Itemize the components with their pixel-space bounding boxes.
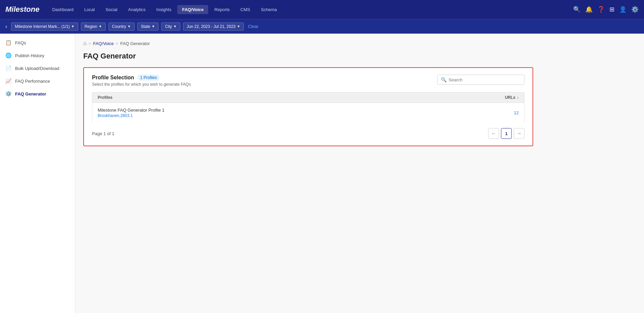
- nav-local[interactable]: Local: [80, 5, 99, 14]
- back-button[interactable]: ‹: [5, 24, 7, 30]
- search-icon[interactable]: 🔍: [573, 6, 581, 13]
- country-filter[interactable]: Country ▼: [108, 23, 135, 31]
- nav-analytics[interactable]: Analytics: [124, 5, 150, 14]
- city-chevron-icon: ▼: [173, 25, 177, 28]
- date-range-filter[interactable]: Jun 22, 2023 - Jul 21, 2023 ▼: [183, 23, 244, 31]
- account-chevron-icon: ▼: [71, 25, 75, 28]
- row-profile: Milestone FAQ Generator Profile 1 Brookh…: [98, 108, 478, 118]
- apps-icon[interactable]: ⊞: [609, 6, 614, 13]
- sort-icon: ↓: [517, 95, 519, 100]
- prev-page-button[interactable]: ←: [488, 128, 499, 139]
- breadcrumb-home-icon[interactable]: ⌂: [83, 40, 87, 46]
- row-profile-sub: Brookhaven,2803.1: [98, 113, 478, 118]
- top-navigation: Milestone Dashboard Local Social Analyti…: [0, 0, 644, 19]
- nav-reports[interactable]: Reports: [210, 5, 234, 14]
- sidebar-label-faq-performance: FAQ Performance: [15, 79, 50, 84]
- card-subtitle: Select the profiles for which you wish t…: [92, 82, 191, 87]
- faq-performance-icon: 📈: [5, 78, 12, 84]
- nav-cms[interactable]: CMS: [236, 5, 255, 14]
- city-filter[interactable]: City ▼: [161, 23, 180, 31]
- sidebar-label-bulk-upload: Bulk Upload/Download: [15, 66, 59, 71]
- breadcrumb-sep1: >: [89, 41, 91, 46]
- sidebar-label-faq-generator: FAQ Generator: [15, 91, 46, 96]
- sidebar-item-faqs[interactable]: 📋 FAQs: [0, 36, 75, 49]
- nav-icons: 🔍 🔔 ❓ ⊞ 👤 ⚙️: [573, 6, 639, 13]
- card-header: Profile Selection 1 Profiles Select the …: [92, 75, 524, 87]
- table-header: Profiles URLs ↓: [92, 92, 524, 103]
- row-profile-name: Milestone FAQ Generator Profile 1: [98, 108, 478, 113]
- search-box[interactable]: 🔍: [437, 75, 524, 85]
- search-icon: 🔍: [441, 77, 447, 82]
- breadcrumb-faqvoice-link[interactable]: FAQ/Voice: [93, 41, 113, 46]
- account-selector[interactable]: Milestone Internet Mark... (1/1) ▼: [11, 23, 78, 31]
- sidebar-item-faq-generator[interactable]: ⚙️ FAQ Generator: [0, 87, 75, 100]
- card-title: Profile Selection: [92, 75, 134, 81]
- row-urls: 12: [478, 110, 519, 115]
- breadcrumb: ⌂ > FAQ/Voice > FAQ Generator: [83, 40, 636, 46]
- col-urls-header[interactable]: URLs ↓: [478, 95, 519, 100]
- search-input[interactable]: [449, 77, 521, 82]
- country-chevron-icon: ▼: [128, 25, 131, 28]
- toolbar: ‹ Milestone Internet Mark... (1/1) ▼ Reg…: [0, 19, 644, 34]
- help-icon[interactable]: ❓: [597, 6, 605, 13]
- card-header-left: Profile Selection 1 Profiles Select the …: [92, 75, 191, 87]
- nav-dashboard[interactable]: Dashboard: [47, 5, 78, 14]
- profile-selection-card: Profile Selection 1 Profiles Select the …: [83, 67, 533, 146]
- sidebar: 📋 FAQs 🌐 Publish History 📄 Bulk Upload/D…: [0, 34, 75, 313]
- current-page-number: 1: [501, 128, 512, 139]
- faq-generator-icon: ⚙️: [5, 91, 12, 97]
- col-profiles-header: Profiles: [98, 95, 478, 100]
- state-filter[interactable]: State ▼: [137, 23, 159, 31]
- main-content: ⌂ > FAQ/Voice > FAQ Generator FAQ Genera…: [75, 34, 644, 313]
- next-page-button[interactable]: →: [514, 128, 524, 139]
- page-title: FAQ Generator: [83, 52, 636, 61]
- nav-links: Dashboard Local Social Analytics Insight…: [47, 5, 573, 14]
- region-chevron-icon: ▼: [99, 25, 102, 28]
- clear-button[interactable]: Clear: [248, 24, 258, 29]
- logo: Milestone: [5, 5, 39, 14]
- page-info: Page 1 of 1: [92, 131, 114, 136]
- main-layout: 📋 FAQs 🌐 Publish History 📄 Bulk Upload/D…: [0, 34, 644, 313]
- publish-history-icon: 🌐: [5, 52, 12, 58]
- page-controls: ← 1 →: [488, 128, 524, 139]
- date-chevron-icon: ▼: [237, 25, 240, 28]
- sidebar-item-bulk-upload[interactable]: 📄 Bulk Upload/Download: [0, 62, 75, 75]
- settings-icon[interactable]: ⚙️: [631, 6, 639, 13]
- sidebar-item-publish-history[interactable]: 🌐 Publish History: [0, 49, 75, 62]
- sidebar-label-faqs: FAQs: [15, 40, 26, 45]
- nav-social[interactable]: Social: [101, 5, 122, 14]
- card-title-row: Profile Selection 1 Profiles: [92, 75, 191, 81]
- faqs-icon: 📋: [5, 40, 12, 46]
- sidebar-label-publish-history: Publish History: [15, 53, 44, 58]
- breadcrumb-sep2: >: [116, 41, 119, 46]
- nav-faqvoice[interactable]: FAQ/Voice: [177, 5, 208, 14]
- nav-schema[interactable]: Schema: [256, 5, 282, 14]
- breadcrumb-current: FAQ Generator: [120, 41, 150, 46]
- nav-insights[interactable]: Insights: [152, 5, 176, 14]
- state-chevron-icon: ▼: [152, 25, 155, 28]
- bell-icon[interactable]: 🔔: [585, 6, 593, 13]
- pagination: Page 1 of 1 ← 1 →: [92, 128, 524, 139]
- sidebar-item-faq-performance[interactable]: 📈 FAQ Performance: [0, 75, 75, 87]
- region-filter[interactable]: Region ▼: [81, 23, 106, 31]
- profile-badge[interactable]: 1 Profiles: [137, 75, 159, 81]
- table-row[interactable]: Milestone FAQ Generator Profile 1 Brookh…: [92, 103, 524, 123]
- bulk-upload-icon: 📄: [5, 65, 12, 71]
- user-icon[interactable]: 👤: [619, 6, 627, 13]
